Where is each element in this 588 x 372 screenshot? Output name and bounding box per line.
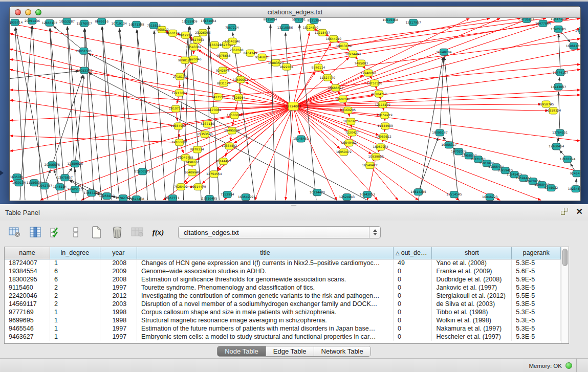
graph-node[interactable]: 9427552 (211, 94, 225, 100)
tab-node-table[interactable]: Node Table (217, 346, 266, 356)
tab-edge-table[interactable]: Edge Table (266, 346, 314, 356)
graph-node[interactable]: 10939053 (368, 154, 384, 160)
network-canvas[interactable]: 1872400778658228660128891295423226056982… (10, 18, 580, 201)
graph-edge[interactable] (286, 110, 293, 200)
graph-node[interactable]: 8815054 (264, 18, 277, 23)
table-row[interactable]: 911546021997Tourette syndrome. Phenomeno… (5, 283, 561, 292)
graph-node[interactable]: 18095187 (432, 129, 448, 136)
table-cell[interactable]: 1998 (100, 316, 137, 324)
table-cell[interactable]: 0 (394, 300, 432, 308)
graph-node[interactable]: 1145194 (53, 184, 67, 190)
graph-edge[interactable] (183, 62, 191, 73)
table-row[interactable]: 1830029562008Estimation of significance … (5, 275, 561, 283)
table-cell[interactable]: 22420046 (5, 292, 50, 300)
table-cell[interactable]: 5.3E-5 (512, 300, 561, 308)
graph-node[interactable]: 5572301 (292, 18, 306, 23)
graph-node[interactable]: 10234511 (568, 186, 580, 192)
table-cell[interactable]: 1 (50, 316, 100, 324)
graph-edge[interactable] (373, 169, 398, 201)
table-cell[interactable]: 2 (50, 292, 100, 300)
graph-node[interactable]: 3498222 (185, 159, 199, 166)
graph-node[interactable]: 17857223 (84, 190, 100, 196)
delete-column-button[interactable] (110, 225, 125, 240)
graph-node[interactable]: 2718170 (173, 73, 187, 80)
table-cell[interactable]: 1998 (100, 308, 137, 316)
table-cell[interactable]: 9777169 (5, 308, 50, 316)
graph-node[interactable]: 1939134 (12, 180, 26, 186)
graph-node[interactable]: 19166827 (171, 139, 187, 146)
graph-node[interactable]: 8031144 (217, 80, 231, 86)
float-panel-icon[interactable] (561, 208, 569, 216)
table-cell[interactable]: 0 (394, 267, 432, 275)
graph-node[interactable]: 12905115 (68, 186, 83, 193)
graph-node[interactable]: 20206575 (45, 162, 60, 168)
table-cell[interactable]: Estimation of the future numbers of pati… (137, 324, 394, 333)
table-cell[interactable]: 6 (50, 275, 100, 283)
table-cell[interactable]: 0 (394, 292, 432, 300)
table-cell[interactable]: 2009 (100, 267, 137, 275)
table-cell[interactable]: 9699695 (5, 316, 50, 324)
graph-node[interactable]: 16671388 (128, 21, 144, 28)
graph-node[interactable]: 11514545 (446, 191, 462, 198)
graph-edge[interactable] (297, 106, 548, 111)
memory-ok-indicator[interactable] (565, 362, 572, 369)
graph-node[interactable]: 12823468 (128, 196, 144, 201)
graph-edge[interactable] (376, 87, 377, 89)
close-window-button[interactable] (15, 9, 21, 15)
table-row[interactable]: 2242004622012Investigating the contribut… (5, 292, 561, 300)
graph-node[interactable]: 9457771 (166, 195, 180, 201)
graph-node[interactable]: 12774107 (553, 69, 569, 76)
graph-node[interactable]: 20891436 (25, 18, 40, 24)
graph-node[interactable]: 12215437 (315, 29, 331, 36)
graph-node[interactable]: 16048223 (482, 194, 498, 201)
graph-node[interactable]: 15716485 (202, 195, 217, 201)
column-header-year[interactable]: year (100, 247, 137, 259)
graph-node[interactable]: 8486616 (95, 18, 108, 25)
column-header-outde[interactable]: △out_de… (394, 247, 432, 259)
graph-edge[interactable] (560, 150, 565, 156)
table-cell[interactable]: Genome–wide association studies in ADHD. (137, 267, 394, 275)
graph-node[interactable]: 8878334 (190, 146, 204, 153)
graph-node[interactable]: 12160454 (549, 143, 564, 150)
table-cell[interactable]: 1 (50, 308, 100, 316)
table-cell[interactable]: 1997 (100, 324, 137, 333)
graph-edge[interactable] (383, 108, 384, 110)
graph-edge[interactable] (68, 168, 72, 174)
graph-node[interactable]: 11607647 (335, 96, 351, 102)
graph-edge[interactable] (444, 57, 458, 201)
panel-resize-grip[interactable] (290, 205, 297, 207)
minimize-window-button[interactable] (25, 9, 31, 15)
table-cell[interactable]: 5.3E-5 (512, 259, 561, 267)
graph-node[interactable]: 18957964 (373, 144, 389, 150)
graph-node[interactable]: 9245032 (545, 185, 558, 191)
graph-edge[interactable] (233, 119, 234, 125)
column-header-name[interactable]: name (5, 247, 50, 259)
graph-edge[interactable] (559, 34, 560, 69)
graph-edge[interactable] (420, 138, 438, 188)
graph-node[interactable]: 15958745 (538, 101, 554, 107)
table-cell[interactable]: Tourette syndrome. Phenomenology and cla… (137, 283, 394, 292)
table-cell[interactable]: Changes of HCN gene expression and I(f) … (137, 259, 394, 267)
table-header-row[interactable]: namein_degreeyeartitle△out_de…shortpager… (5, 247, 561, 259)
column-header-short[interactable]: short (432, 247, 512, 259)
graph-node[interactable]: 16258324 (546, 107, 561, 114)
table-cell[interactable]: 2008 (100, 259, 137, 267)
graph-node[interactable]: 16959472 (336, 149, 352, 156)
column-header-pagerank[interactable]: pagerank (512, 247, 561, 259)
table-cell[interactable]: 1997 (100, 283, 137, 292)
table-cell[interactable]: 5.3E-5 (512, 324, 561, 333)
table-cell[interactable]: 5.9E-5 (512, 275, 561, 283)
graph-node[interactable]: 8660128 (166, 30, 180, 36)
table-cell[interactable]: 1 (50, 324, 100, 333)
graph-node[interactable]: 21206575 (135, 168, 150, 175)
graph-node[interactable]: 8267130 (201, 121, 214, 127)
table-cell[interactable]: 18300295 (5, 275, 50, 283)
table-cell[interactable]: 19384554 (5, 267, 50, 275)
table-cell[interactable]: Corpus callosum shape and size in male p… (137, 308, 394, 316)
table-cell[interactable]: 6 (50, 267, 100, 275)
graph-edge[interactable] (154, 31, 165, 200)
graph-node[interactable]: 10515468 (382, 18, 398, 23)
table-cell[interactable]: Structural magnetic resonance image aver… (137, 316, 394, 324)
graph-node[interactable]: 9822034 (280, 63, 294, 70)
graph-edge[interactable] (102, 27, 112, 200)
